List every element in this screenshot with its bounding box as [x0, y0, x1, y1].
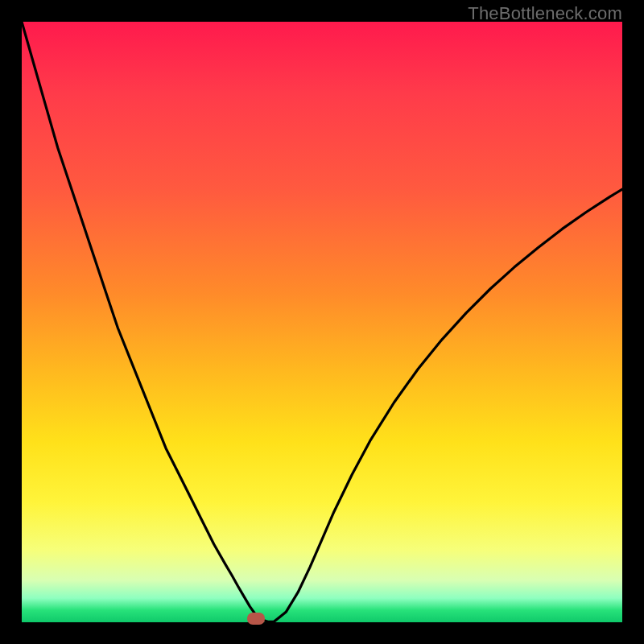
bottleneck-marker: [247, 613, 265, 625]
plot-background: [22, 22, 622, 622]
chart-frame: TheBottleneck.com: [0, 0, 644, 644]
watermark-text: TheBottleneck.com: [468, 3, 622, 24]
